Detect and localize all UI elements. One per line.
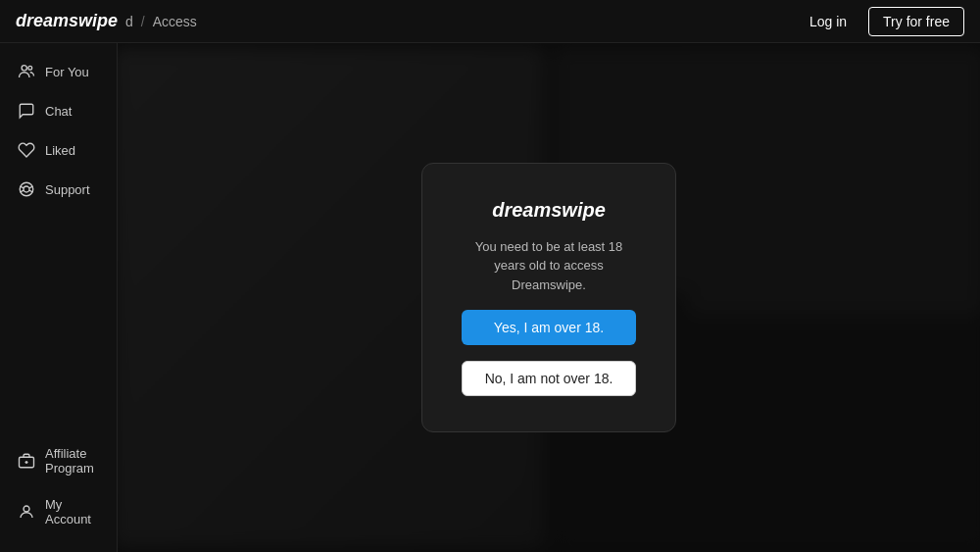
svg-line-4 — [21, 186, 24, 188]
login-button[interactable]: Log in — [800, 8, 857, 35]
header-left: dreamswipe d / Access — [16, 11, 197, 31]
sidebar-item-liked[interactable]: Liked — [8, 131, 109, 169]
main-content: dreamswipe You need to be at least 18 ye… — [118, 43, 980, 552]
sidebar-item-support[interactable]: Support — [8, 171, 109, 208]
sidebar-label-affiliate: Affiliate Program — [45, 446, 99, 476]
account-icon — [18, 503, 35, 521]
modal-overlay: dreamswipe You need to be at least 18 ye… — [118, 43, 980, 552]
logo: dreamswipe — [16, 11, 118, 31]
sidebar-label-for-you: For You — [45, 65, 89, 79]
breadcrumb-d: d — [125, 14, 133, 29]
modal-message: You need to be at least 18 years old to … — [462, 237, 636, 295]
modal-logo: dreamswipe — [492, 199, 606, 222]
svg-line-7 — [29, 190, 32, 192]
svg-line-6 — [29, 186, 32, 188]
sidebar: For You Chat Liked Support — [0, 43, 118, 552]
yes-over-18-button[interactable]: Yes, I am over 18. — [462, 310, 636, 345]
sidebar-label-liked: Liked — [45, 143, 75, 158]
svg-point-11 — [24, 506, 29, 512]
sidebar-bottom: Affiliate Program My Account — [0, 436, 117, 552]
affiliate-icon — [18, 452, 35, 470]
header: dreamswipe d / Access Log in Try for fre… — [0, 0, 980, 43]
svg-line-5 — [21, 190, 24, 192]
no-not-over-18-button[interactable]: No, I am not over 18. — [462, 361, 636, 396]
svg-point-3 — [24, 186, 29, 192]
users-icon — [18, 63, 35, 80]
svg-point-0 — [22, 66, 26, 71]
age-verification-modal: dreamswipe You need to be at least 18 ye… — [421, 163, 676, 433]
sidebar-label-chat: Chat — [45, 104, 72, 119]
sidebar-main: For You Chat Liked Support — [0, 53, 117, 436]
sidebar-item-for-you[interactable]: For You — [8, 53, 109, 90]
try-for-free-button[interactable]: Try for free — [868, 7, 964, 36]
sidebar-item-affiliate[interactable]: Affiliate Program — [8, 436, 109, 485]
header-right: Log in Try for free — [800, 7, 964, 36]
breadcrumb-page: Access — [153, 14, 197, 29]
sidebar-label-my-account: My Account — [45, 497, 99, 527]
heart-icon — [18, 141, 35, 159]
sidebar-item-my-account[interactable]: My Account — [8, 487, 109, 536]
support-icon — [18, 180, 35, 198]
breadcrumb-separator: / — [141, 14, 145, 29]
chat-icon — [18, 102, 35, 120]
svg-point-2 — [20, 182, 33, 196]
sidebar-item-chat[interactable]: Chat — [8, 92, 109, 129]
svg-point-1 — [28, 66, 32, 70]
sidebar-label-support: Support — [45, 182, 90, 197]
